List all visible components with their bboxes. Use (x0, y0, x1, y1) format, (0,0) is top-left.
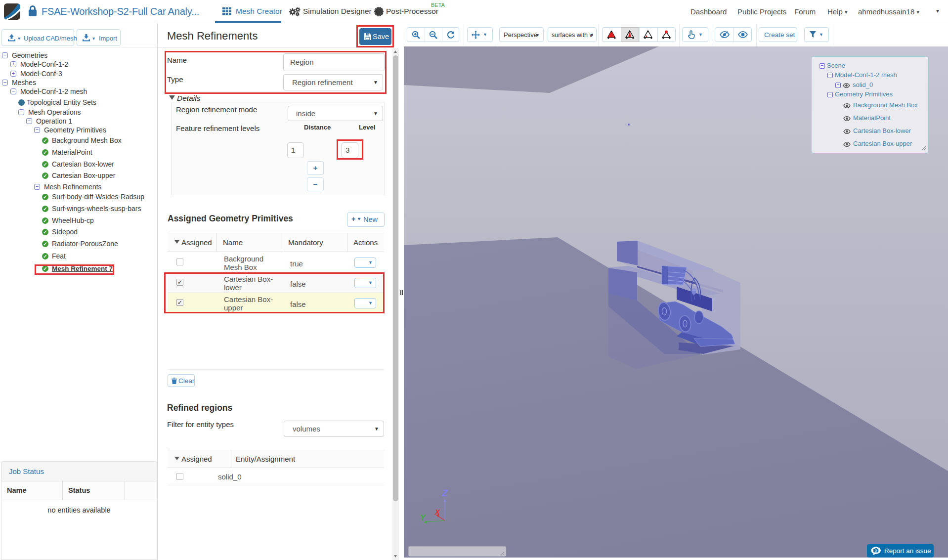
svg-text:Z: Z (442, 488, 448, 498)
svg-text:X: X (434, 508, 440, 516)
svg-text:Y: Y (420, 514, 426, 522)
